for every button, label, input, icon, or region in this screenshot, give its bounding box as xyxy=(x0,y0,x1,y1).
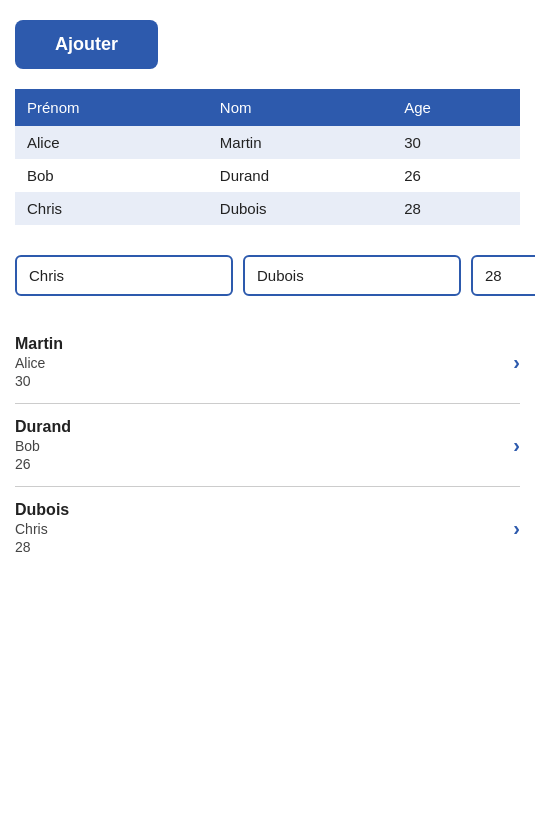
list-item[interactable]: MartinAlice30› xyxy=(15,321,520,404)
list-item-nom: Martin xyxy=(15,335,63,353)
cell-prenom: Chris xyxy=(15,192,208,225)
list-item-age: 30 xyxy=(15,373,63,389)
col-header-prenom: Prénom xyxy=(15,89,208,126)
cell-nom: Dubois xyxy=(208,192,392,225)
cell-age: 28 xyxy=(392,192,520,225)
list-item-prenom: Alice xyxy=(15,355,63,371)
list-item[interactable]: DurandBob26› xyxy=(15,404,520,487)
list-item-nom: Dubois xyxy=(15,501,69,519)
list-item-nom: Durand xyxy=(15,418,71,436)
col-header-nom: Nom xyxy=(208,89,392,126)
cell-nom: Durand xyxy=(208,159,392,192)
col-header-age: Age xyxy=(392,89,520,126)
list-item[interactable]: DuboisChris28› xyxy=(15,487,520,569)
prenom-input[interactable] xyxy=(15,255,233,296)
table-row: ChrisDubois28 xyxy=(15,192,520,225)
table-row: AliceMartin30 xyxy=(15,126,520,159)
cell-prenom: Alice xyxy=(15,126,208,159)
list-item-prenom: Bob xyxy=(15,438,71,454)
data-table: Prénom Nom Age AliceMartin30BobDurand26C… xyxy=(15,89,520,225)
list-item-content: MartinAlice30 xyxy=(15,335,63,389)
add-button[interactable]: Ajouter xyxy=(15,20,158,69)
chevron-icon: › xyxy=(513,351,520,374)
cell-age: 26 xyxy=(392,159,520,192)
list-item-age: 26 xyxy=(15,456,71,472)
list-section: MartinAlice30›DurandBob26›DuboisChris28› xyxy=(15,321,520,569)
list-item-content: DuboisChris28 xyxy=(15,501,69,555)
age-input[interactable] xyxy=(471,255,535,296)
nom-input[interactable] xyxy=(243,255,461,296)
cell-nom: Martin xyxy=(208,126,392,159)
table-row: BobDurand26 xyxy=(15,159,520,192)
chevron-icon: › xyxy=(513,517,520,540)
list-item-prenom: Chris xyxy=(15,521,69,537)
chevron-icon: › xyxy=(513,434,520,457)
cell-prenom: Bob xyxy=(15,159,208,192)
input-row xyxy=(15,255,520,296)
list-item-content: DurandBob26 xyxy=(15,418,71,472)
list-item-age: 28 xyxy=(15,539,69,555)
cell-age: 30 xyxy=(392,126,520,159)
